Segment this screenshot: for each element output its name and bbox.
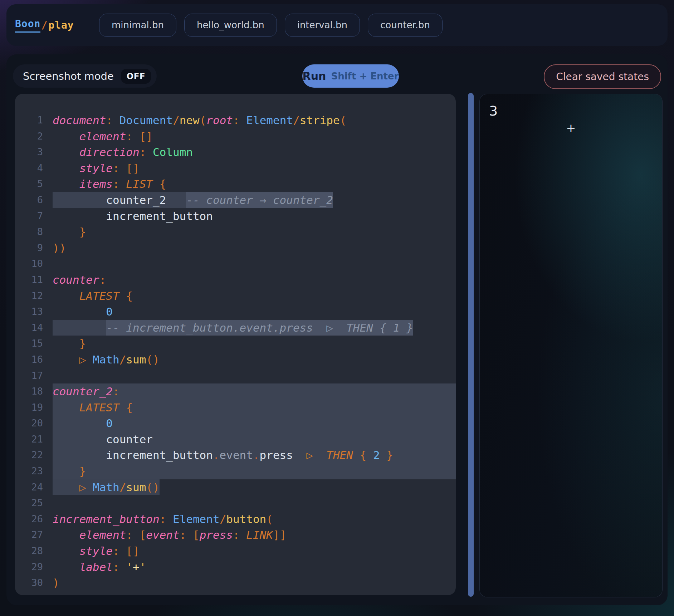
code-line-content: element: [event: [press: LINK]] (53, 527, 456, 543)
line-number: 16 (15, 352, 53, 368)
code-line: 28 style: [] (15, 543, 456, 559)
screenshot-mode-toggle[interactable]: Screenshot mode OFF (13, 64, 157, 88)
code-line: 16 ▷ Math/sum() (15, 352, 456, 368)
logo-product: play (48, 19, 74, 31)
line-number: 26 (15, 511, 53, 527)
line-number: 14 (15, 320, 53, 336)
line-number: 19 (15, 400, 53, 416)
line-number: 3 (15, 144, 53, 160)
code-line-content: LATEST { (53, 400, 456, 416)
tab-interval-bn[interactable]: interval.bn (285, 14, 360, 37)
file-tabs: minimal.bnhello_world.bninterval.bncount… (99, 13, 443, 37)
code-line-content: increment_button (53, 208, 456, 224)
line-number: 27 (15, 527, 53, 543)
highlighted-band: counter_2 -- counter → counter_2 (53, 192, 333, 208)
clear-saved-states-button[interactable]: Clear saved states (544, 64, 661, 89)
code-line: 19 LATEST { (15, 400, 456, 416)
code-editor[interactable]: 1document: Document/new(root: Element/st… (15, 94, 456, 595)
code-line: 17 (15, 368, 456, 384)
code-line-content: style: [] (53, 160, 456, 176)
code-line-content: element: [] (53, 128, 456, 145)
code-line-content: 0 (53, 304, 456, 320)
line-number: 22 (15, 447, 53, 463)
line-number: 24 (15, 479, 53, 495)
app-logo: Boon / play (15, 4, 74, 46)
code-line-content: document: Document/new(root: Element/str… (53, 112, 456, 128)
code-line-content: items: LIST { (53, 176, 456, 192)
line-number: 18 (15, 383, 53, 400)
line-number: 4 (15, 160, 53, 176)
line-number: 9 (15, 240, 53, 256)
code-line: 30) (15, 575, 456, 591)
line-number: 25 (15, 495, 53, 511)
code-line: 21 counter (15, 431, 456, 448)
line-number: 1 (15, 112, 53, 128)
code-line-content: )) (53, 240, 456, 256)
highlighted-band: ▷ Math/sum() (53, 479, 160, 495)
code-line-content (53, 495, 456, 511)
code-line-content: -- increment_button.event.press ▷ THEN {… (53, 320, 456, 336)
line-number: 20 (15, 415, 53, 431)
editor-scrollbar[interactable] (468, 93, 474, 597)
header-panel: Boon / play minimal.bnhello_world.bninte… (6, 4, 668, 46)
code-line-content: style: [] (53, 543, 456, 559)
code-line-content: counter (53, 431, 456, 448)
code-line-content: LATEST { (53, 288, 456, 304)
increment-button[interactable]: + (566, 121, 576, 135)
code-line: 14 -- increment_button.event.press ▷ THE… (15, 320, 456, 336)
code-line-content: label: '+' (53, 559, 456, 575)
code-line-content: increment_button.event.press ▷ THEN { 2 … (53, 447, 456, 463)
run-label: Run (303, 70, 326, 82)
line-number: 17 (15, 368, 53, 384)
code-line: 22 increment_button.event.press ▷ THEN {… (15, 447, 456, 463)
tab-counter-bn[interactable]: counter.bn (368, 14, 443, 37)
code-line: 5 items: LIST { (15, 176, 456, 192)
line-number: 8 (15, 224, 53, 240)
highlighted-band: -- increment_button.event.press ▷ THEN {… (53, 320, 413, 336)
line-number: 28 (15, 543, 53, 559)
code-line-content: ) (53, 575, 456, 591)
line-number: 30 (15, 575, 53, 591)
clear-saved-states-label: Clear saved states (556, 71, 649, 83)
code-line: 11counter: (15, 272, 456, 288)
line-number: 12 (15, 288, 53, 304)
code-line: 4 style: [] (15, 160, 456, 176)
logo-slash: / (40, 19, 48, 31)
code-line-content: } (53, 224, 456, 240)
main-panel: Screenshot mode OFF Run Shift + Enter Cl… (6, 54, 668, 605)
output-panel: 3 + (479, 94, 663, 597)
code-line-content: ▷ Math/sum() (53, 479, 456, 495)
code-line: 8 } (15, 224, 456, 240)
line-number: 7 (15, 208, 53, 224)
code-line: 23 } (15, 463, 456, 479)
counter-value: 3 (489, 103, 498, 119)
code-line: 27 element: [event: [press: LINK]] (15, 527, 456, 543)
tab-hello-world-bn[interactable]: hello_world.bn (184, 14, 277, 37)
line-number: 10 (15, 256, 53, 272)
code-line-content: counter_2: (53, 383, 456, 400)
code-line: 9)) (15, 240, 456, 256)
code-line-content: 0 (53, 415, 456, 431)
code-line-content: counter: (53, 272, 456, 288)
run-button[interactable]: Run Shift + Enter (302, 64, 399, 88)
code-line: 6 counter_2 -- counter → counter_2 (15, 192, 456, 208)
code-line: 18counter_2: (15, 383, 456, 400)
code-line-content: counter_2 -- counter → counter_2 (53, 192, 456, 208)
tab-minimal-bn[interactable]: minimal.bn (99, 14, 176, 37)
logo-brand-link[interactable]: Boon (15, 18, 40, 33)
code-line-content (53, 256, 456, 272)
line-number: 23 (15, 463, 53, 479)
code-line-content (53, 368, 456, 384)
line-number: 11 (15, 272, 53, 288)
line-number: 13 (15, 304, 53, 320)
code-line: 25 (15, 495, 456, 511)
code-line-content: increment_button: Element/button( (53, 511, 456, 527)
line-number: 29 (15, 559, 53, 575)
code-line: 20 0 (15, 415, 456, 431)
line-number: 21 (15, 431, 53, 448)
code-line: 24 ▷ Math/sum() (15, 479, 456, 495)
line-number: 5 (15, 176, 53, 192)
screenshot-mode-label: Screenshot mode (23, 70, 114, 82)
code-line-content: direction: Column (53, 144, 456, 160)
code-line: 2 element: [] (15, 128, 456, 145)
